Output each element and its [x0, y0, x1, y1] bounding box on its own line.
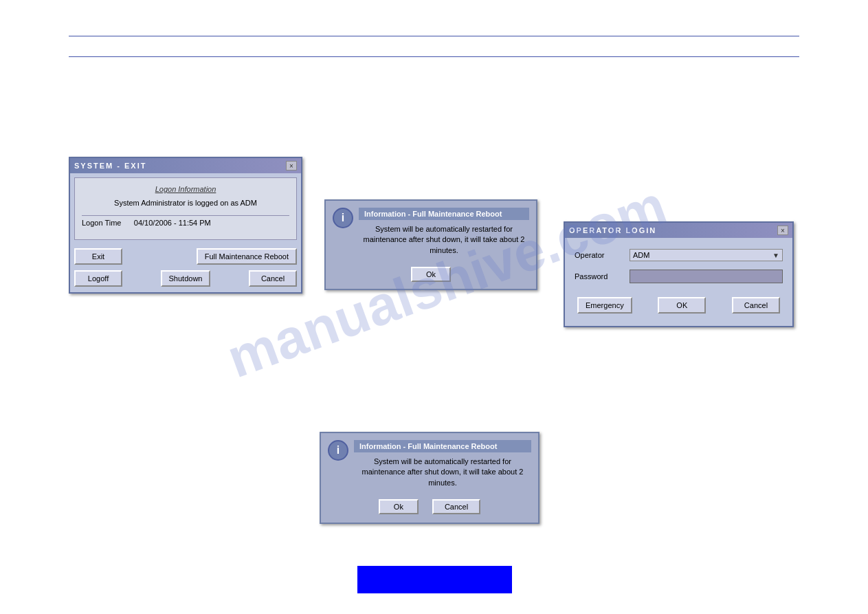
- operator-field-row: Operator ADM ▼: [575, 249, 783, 261]
- blue-rectangle: [357, 566, 512, 593]
- info-dialog-bottom-cancel-button[interactable]: Cancel: [432, 499, 480, 514]
- system-exit-buttons-row1: Exit Full Maintenance Reboot: [70, 245, 301, 267]
- system-exit-dialog: SYSTEM - EXIT × Logon Information System…: [69, 157, 302, 294]
- shutdown-button[interactable]: Shutdown: [161, 270, 211, 287]
- full-maintenance-reboot-button[interactable]: Full Maintenance Reboot: [197, 248, 297, 265]
- info-dialog-top-title: Information - Full Maintenance Reboot: [359, 208, 529, 220]
- logon-time-row: Logon Time 04/10/2006 - 11:54 PM: [82, 219, 289, 227]
- operator-login-dialog: OPERATOR LOGIN × Operator ADM ▼ Password…: [564, 221, 794, 327]
- info-icon-bottom: i: [328, 440, 348, 461]
- operator-label: Operator: [575, 251, 623, 259]
- emergency-button[interactable]: Emergency: [577, 297, 632, 314]
- info-dialog-bottom-title: Information - Full Maintenance Reboot: [354, 440, 531, 452]
- info-dialog-top-inner: i Information - Full Maintenance Reboot …: [326, 201, 536, 263]
- operator-login-buttons-row: Emergency OK Cancel: [575, 292, 783, 319]
- system-exit-close-button[interactable]: ×: [286, 161, 297, 171]
- logon-time-value: 04/10/2006 - 11:54 PM: [134, 219, 211, 227]
- info-dialog-bottom-inner: i Information - Full Maintenance Reboot …: [321, 433, 538, 495]
- system-exit-titlebar: SYSTEM - EXIT ×: [70, 158, 301, 173]
- logon-info-title: Logon Information: [82, 185, 289, 193]
- info-dialog-top: i Information - Full Maintenance Reboot …: [324, 199, 537, 290]
- dropdown-arrow-icon: ▼: [772, 252, 779, 259]
- operator-login-title: OPERATOR LOGIN: [569, 226, 656, 234]
- info-dialog-bottom-content: Information - Full Maintenance Reboot Sy…: [354, 440, 531, 488]
- info-dialog-bottom: i Information - Full Maintenance Reboot …: [320, 432, 539, 524]
- top-rule-1: [69, 36, 799, 36]
- system-exit-inner: Logon Information System Administrator i…: [74, 177, 297, 240]
- system-exit-title: SYSTEM - EXIT: [74, 162, 146, 170]
- operator-login-body: Operator ADM ▼ Password Emergency OK Can…: [565, 238, 792, 326]
- operator-ok-button[interactable]: OK: [658, 297, 706, 314]
- operator-login-titlebar: OPERATOR LOGIN ×: [565, 223, 792, 238]
- logon-time-label: Logon Time: [82, 219, 121, 227]
- info-dialog-bottom-buttons-row: Ok Cancel: [321, 495, 538, 523]
- cancel-button-system-exit[interactable]: Cancel: [249, 270, 297, 287]
- operator-dropdown[interactable]: ADM ▼: [630, 249, 783, 261]
- operator-dropdown-value: ADM: [633, 251, 649, 259]
- info-dialog-bottom-ok-button[interactable]: Ok: [379, 499, 419, 514]
- info-dialog-top-ok-button[interactable]: Ok: [411, 267, 451, 282]
- info-dialog-top-ok-row: Ok: [326, 263, 536, 289]
- system-exit-buttons-row2: Logoff Shutdown Cancel: [70, 267, 301, 292]
- password-label: Password: [575, 272, 623, 281]
- operator-login-close-button[interactable]: ×: [777, 226, 788, 235]
- exit-button[interactable]: Exit: [74, 248, 122, 265]
- password-field-row: Password: [575, 270, 783, 283]
- divider: [82, 215, 289, 216]
- info-icon-top: i: [333, 208, 353, 228]
- password-input[interactable]: [630, 270, 783, 283]
- top-rule-2: [69, 56, 799, 57]
- info-dialog-top-content: Information - Full Maintenance Reboot Sy…: [359, 208, 529, 256]
- logon-admin-text: System Administrator is logged on as ADM: [82, 199, 289, 207]
- operator-cancel-button[interactable]: Cancel: [732, 297, 780, 314]
- info-dialog-bottom-message: System will be automatically restarted f…: [354, 457, 531, 488]
- info-dialog-top-message: System will be automatically restarted f…: [359, 224, 529, 256]
- logoff-button[interactable]: Logoff: [74, 270, 122, 287]
